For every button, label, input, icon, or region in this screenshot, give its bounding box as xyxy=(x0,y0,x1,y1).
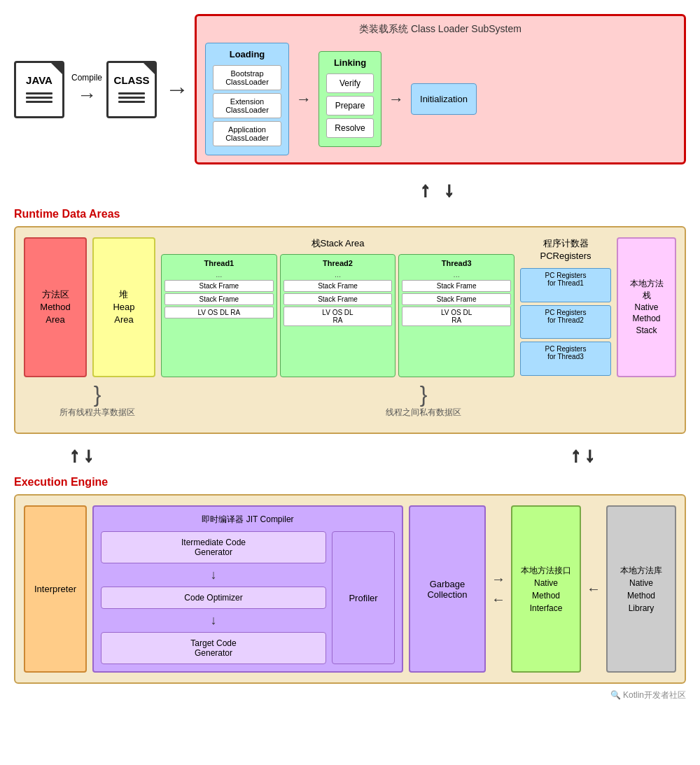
pc-registers-label: 程序计数器 PCRegisters xyxy=(520,237,611,262)
classloader-to-runtime-arrows: ↑ ↓ xyxy=(189,178,686,201)
classloader-box: 类装载系统 Class Loader SubSystem Loading Boo… xyxy=(195,14,686,164)
method-area-label: 方法区 Method Area xyxy=(40,288,70,327)
down-arrow-icon: ↓ xyxy=(444,178,454,201)
loading-to-linking-arrow: → xyxy=(296,90,312,108)
brace-left-label: 所有线程共享数据区 xyxy=(59,407,135,419)
thread1-stackframe1: Stack Frame xyxy=(164,280,274,292)
nmi-to-nml-arrows: ← xyxy=(587,505,601,673)
loading-title: Loading xyxy=(213,49,281,59)
linking-title: Linking xyxy=(326,57,374,68)
compile-arrow: Compile → xyxy=(71,73,102,106)
thread2-dots: ... xyxy=(284,270,393,279)
up-arrow-left: ↑ xyxy=(70,444,80,466)
brace-right-symbol: } xyxy=(420,383,428,405)
pc-thread2: PC Registersfor Thread2 xyxy=(520,305,611,339)
execution-title: Execution Engine xyxy=(14,476,686,489)
thread2-box: Thread2 ... Stack Frame Stack Frame LV O… xyxy=(280,254,396,377)
application-classloader: ApplicationClassLoader xyxy=(213,121,281,146)
runtime-inner: 方法区 Method Area 堆 Heap Area 栈Stack Area … xyxy=(24,237,676,377)
gc-to-nmi-arrows: → ← xyxy=(491,505,505,673)
compile-label: Compile xyxy=(71,73,102,83)
thread2-stackframe1: Stack Frame xyxy=(284,280,393,292)
heap-area-box: 堆 Heap Area xyxy=(92,237,155,377)
prepare-item: Prepare xyxy=(326,96,374,115)
thread1-box: Thread1 ... Stack Frame Stack Frame LV O… xyxy=(161,254,277,377)
classloader-inner: Loading BootstrapClassLoader ExtensionCl… xyxy=(205,43,676,155)
class-file-icon: CLASS xyxy=(106,61,157,118)
runtime-box: 方法区 Method Area 堆 Heap Area 栈Stack Area … xyxy=(14,226,686,434)
initialization-box: Initialization xyxy=(411,83,477,115)
top-section: JAVA Compile → CLASS → 类装载系统 xyxy=(14,14,686,164)
jit-steps: Itermediate CodeGenerator ↓ Code Optimiz… xyxy=(101,531,326,664)
brace-row: } 所有线程共享数据区 } 线程之间私有数据区 xyxy=(24,383,676,419)
brace-right-group: } 线程之间私有数据区 xyxy=(171,383,676,419)
thread1-stackframe2: Stack Frame xyxy=(164,293,274,305)
native-method-stack-box: 本地方法 栈 Native Method Stack xyxy=(617,237,676,377)
jit-step1-arrow: ↓ xyxy=(101,568,326,582)
watermark-text: Kotlin开发者社区 xyxy=(623,690,686,700)
thread3-lv: LV OS DLRA xyxy=(402,307,511,326)
jit-inner: Itermediate CodeGenerator ↓ Code Optimiz… xyxy=(101,531,395,664)
runtime-title: Runtime Data Areas xyxy=(14,208,686,220)
native-method-library-label: 本地方法库 Native Method Library xyxy=(620,564,662,615)
thread2-lv: LV OS DLRA xyxy=(284,307,393,326)
down-arrow-right: ↓ xyxy=(585,444,595,466)
thread3-box: Thread3 ... Stack Frame Stack Frame LV O… xyxy=(398,254,514,377)
profiler-box: Profiler xyxy=(332,531,395,664)
thread2-title: Thread2 xyxy=(284,259,393,267)
jit-step1: Itermediate CodeGenerator xyxy=(101,531,326,563)
interpreter-label: Interpreter xyxy=(34,584,76,594)
class-file-lines xyxy=(118,90,145,105)
heap-area-label: 堆 Heap Area xyxy=(113,288,134,327)
native-method-stack-label: 本地方法 栈 Native Method Stack xyxy=(630,278,664,337)
jit-compiler-box: 即时编译器 JIT Compiler Itermediate CodeGener… xyxy=(92,505,403,673)
resolve-item: Resolve xyxy=(326,118,374,138)
native-method-interface-label: 本地方法接口 Native Method Interface xyxy=(521,564,571,615)
runtime-to-execution-arrows: ↑ ↓ ↑ ↓ xyxy=(14,441,686,469)
garbage-collection-box: Garbage Collection xyxy=(409,505,486,673)
class-label: CLASS xyxy=(114,74,150,86)
watermark-icon: 🔍 xyxy=(610,690,623,700)
big-arrow-icon: → xyxy=(165,76,189,103)
thread3-stackframe1: Stack Frame xyxy=(402,280,511,292)
linking-to-init-arrow: → xyxy=(388,90,404,108)
pc-registers-container: 程序计数器 PCRegisters PC Registersfor Thread… xyxy=(520,237,611,377)
down-arrow-left: ↓ xyxy=(84,444,94,466)
profiler-label: Profiler xyxy=(349,593,377,603)
pc-thread3: PC Registersfor Thread3 xyxy=(520,342,611,376)
native-method-library-box: 本地方法库 Native Method Library xyxy=(606,505,676,673)
garbage-collection-label: Garbage Collection xyxy=(416,579,479,600)
jit-step2-arrow: ↓ xyxy=(101,613,326,628)
threads-row: Thread1 ... Stack Frame Stack Frame LV O… xyxy=(161,254,514,377)
arrow-right-to-nml: ← xyxy=(587,581,601,597)
method-area-box: 方法区 Method Area xyxy=(24,237,87,377)
java-label: JAVA xyxy=(26,74,52,86)
up-arrow-icon: ↑ xyxy=(421,178,430,201)
java-file-lines xyxy=(26,90,52,105)
initialization-label: Initialization xyxy=(420,94,468,104)
brace-left-symbol: } xyxy=(94,383,102,405)
java-file-icon: JAVA xyxy=(14,61,64,118)
thread2-stackframe2: Stack Frame xyxy=(284,293,393,305)
execution-section: Execution Engine Interpreter 即时编译器 JIT C… xyxy=(14,476,686,684)
execution-box-outer: Interpreter 即时编译器 JIT Compiler Itermedia… xyxy=(14,494,686,684)
jit-title: 即时编译器 JIT Compiler xyxy=(101,514,395,526)
arrow-left-from-nmi: ← xyxy=(491,591,505,608)
arrow-right-to-nmi: → xyxy=(491,571,505,587)
verify-item: Verify xyxy=(326,73,374,93)
left-arrow-pair: ↑ ↓ xyxy=(70,444,94,466)
thread1-title: Thread1 xyxy=(164,259,274,267)
runtime-section: Runtime Data Areas 方法区 Method Area 堆 Hea… xyxy=(14,208,686,434)
pc-thread1: PC Registersfor Thread1 xyxy=(520,268,611,302)
native-method-interface-box: 本地方法接口 Native Method Interface xyxy=(511,505,581,673)
brace-left-group: } 所有线程共享数据区 xyxy=(24,383,171,419)
extension-classloader: ExtensionClassLoader xyxy=(213,93,281,118)
interpreter-box: Interpreter xyxy=(24,505,87,673)
watermark: 🔍 Kotlin开发者社区 xyxy=(14,689,686,701)
jit-step3: Target CodeGenerator xyxy=(101,632,326,664)
linking-box: Linking Verify Prepare Resolve xyxy=(318,51,382,147)
thread1-lv: LV OS DL RA xyxy=(164,307,274,318)
thread1-dots: ... xyxy=(164,270,274,279)
right-arrow-pair: ↑ ↓ xyxy=(571,444,595,466)
stack-area-label: 栈Stack Area xyxy=(161,237,514,250)
